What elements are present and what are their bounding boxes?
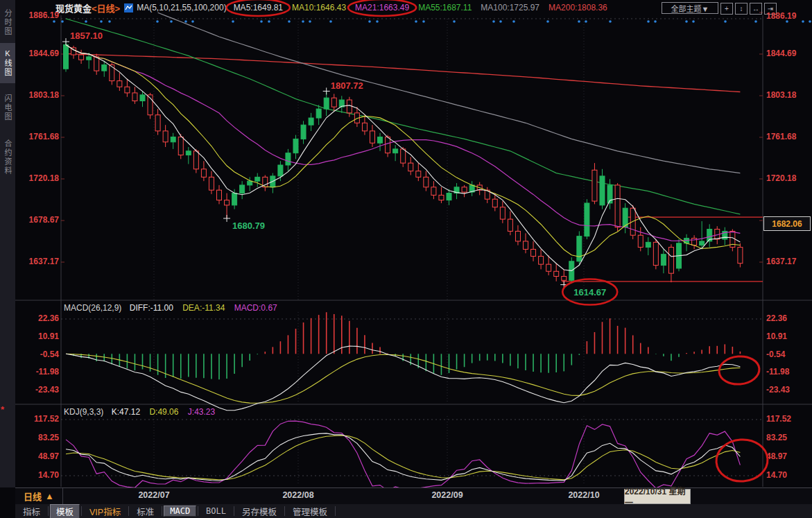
main-axis-label-left: 1761.68 bbox=[23, 132, 59, 141]
sidebar-tab-3[interactable]: 闪电图 bbox=[0, 87, 15, 128]
signal-dots bbox=[53, 20, 811, 23]
tab-standard[interactable]: 标准 bbox=[130, 504, 160, 518]
tab-manage-template[interactable]: 管理模板 bbox=[286, 504, 334, 518]
kdj-axis-label-right: 83.25 bbox=[766, 433, 808, 442]
extreme-price-annotation: 1680.79 bbox=[232, 221, 265, 231]
theme-selector-button[interactable]: 全部主题▼ bbox=[662, 2, 718, 14]
toolbar-separator bbox=[128, 506, 129, 516]
month-label: 2022/07 bbox=[138, 490, 169, 500]
main-axis-label-right: 1803.18 bbox=[766, 90, 808, 100]
chart-canvas[interactable] bbox=[0, 0, 812, 518]
month-label: 2022/08 bbox=[282, 490, 313, 500]
extreme-price-annotation: 1807.72 bbox=[331, 80, 363, 91]
bottom-toolbar: 指标模板VIP指标标准MACDBOLL另存模板管理模板 bbox=[15, 504, 812, 518]
kdj-axis-label-right: 48.97 bbox=[766, 451, 808, 461]
k-line bbox=[66, 433, 740, 481]
main-axis-label-left: 1678.67 bbox=[23, 215, 59, 225]
period-selector-label: 日线 bbox=[24, 490, 42, 503]
ma-value: MA200:1808.36 bbox=[548, 3, 607, 12]
kdj-header: KDJ(9,3,3) K:47.12 D:49.06 J:43.23 bbox=[64, 407, 215, 417]
kdj-d-value: D:49.06 bbox=[149, 407, 178, 417]
sidebar-tab-2[interactable]: K线图 bbox=[0, 43, 15, 83]
kdj-axis-label-left: 48.97 bbox=[23, 451, 59, 461]
macd-axis-label-right: -11.98 bbox=[766, 367, 808, 377]
ma21-line bbox=[66, 45, 740, 241]
kdj-axis-label-left: 83.25 bbox=[23, 433, 59, 442]
macd-axis-label-right: 10.91 bbox=[766, 331, 808, 341]
macd-dea-value: DEA:-11.34 bbox=[182, 303, 225, 313]
main-axis-label-right: 1886.19 bbox=[766, 11, 808, 21]
toolbar-separator bbox=[81, 506, 82, 516]
tab-indicator[interactable]: 指标 bbox=[17, 504, 46, 518]
tab-template[interactable]: 模板 bbox=[50, 504, 80, 518]
toolbar-separator bbox=[284, 506, 285, 516]
tab-save-template[interactable]: 另存模板 bbox=[236, 504, 283, 518]
macd-macd-value: MACD:0.67 bbox=[234, 303, 277, 313]
trading-app: 分时图K线图闪电图合约资料 * 现货黄金 <日线> MA(5,10,21,55,… bbox=[0, 0, 812, 518]
ma-group-label: MA(5,10,21,55,100,200) bbox=[137, 3, 226, 12]
macd-axis-label-right: -0.54 bbox=[766, 349, 808, 359]
symbol-name: 现货黄金 bbox=[55, 1, 92, 15]
ma-lines-slow bbox=[66, 12, 740, 214]
period-label: <日线> bbox=[92, 1, 120, 15]
kdj-k-value: K:47.12 bbox=[112, 407, 140, 417]
toolbar-separator bbox=[234, 506, 234, 516]
sidebar-tab-1[interactable]: 分时图 bbox=[0, 3, 15, 42]
kdj-j-value: J:43.23 bbox=[188, 407, 215, 417]
main-axis-label-left: 1886.19 bbox=[23, 10, 59, 20]
macd-axis-label-left: -11.98 bbox=[23, 367, 59, 377]
ma-value: MA10:1646.43 bbox=[292, 3, 346, 12]
kdj-axis-label-left: 14.70 bbox=[23, 470, 59, 480]
kdj-axis-label-right: 117.52 bbox=[766, 414, 808, 424]
kdj-params-label: KDJ(9,3,3) bbox=[64, 407, 103, 417]
toolbar-separator bbox=[198, 506, 198, 516]
macd-axis-label-left: 10.91 bbox=[23, 331, 59, 341]
toolbar-separator bbox=[335, 506, 336, 516]
ma-value: MA5:1649.81 bbox=[234, 3, 283, 12]
sidebar-tab-4[interactable]: 合约资料 bbox=[0, 132, 15, 183]
macd-axis-label-left: -0.54 bbox=[23, 349, 59, 359]
main-axis-label-right: 1720.18 bbox=[766, 173, 808, 183]
ma100-line bbox=[158, 12, 741, 173]
candles-layer bbox=[64, 42, 743, 284]
tab-macd[interactable]: MACD bbox=[164, 506, 196, 517]
macd-diff-value: DIFF:-11.00 bbox=[130, 303, 173, 313]
macd-axis-label-right: 22.36 bbox=[766, 313, 808, 323]
kdj-axis-label-right: 14.70 bbox=[766, 470, 808, 480]
main-axis-label-left: 1720.18 bbox=[23, 173, 59, 183]
extreme-price-annotation: 1614.67 bbox=[573, 287, 606, 297]
period-selector[interactable]: 日线 ▲ bbox=[15, 488, 63, 504]
ma-values: MA5:1649.81MA10:1646.43MA21:1663.49MA55:… bbox=[234, 3, 616, 12]
main-axis-label-left: 1803.18 bbox=[23, 90, 59, 100]
axis-zoom-vertical-icon[interactable]: ↕ bbox=[735, 3, 748, 15]
date-axis: 日线 ▲ 2022/072022/082022/092022/10 2022/1… bbox=[15, 487, 812, 504]
main-axis-label-right: 1844.69 bbox=[766, 49, 808, 58]
macd-axis-label-left: -23.43 bbox=[23, 385, 59, 395]
toolbar-separator bbox=[162, 506, 162, 516]
main-axis-label-right: 1761.68 bbox=[766, 132, 808, 141]
main-axis-label-right: 1637.17 bbox=[766, 257, 808, 266]
price-line-badge: 1682.06 bbox=[763, 216, 811, 231]
d-line bbox=[66, 435, 740, 480]
alert-marker-icon: * bbox=[1, 404, 4, 415]
macd-axis-label-left: 22.36 bbox=[23, 313, 59, 323]
macd-params-label: MACD(26,12,9) bbox=[64, 303, 121, 313]
chart-header: 现货黄金 <日线> MA(5,10,21,55,100,200) MA5:164… bbox=[55, 1, 616, 14]
macd-header: MACD(26,12,9) DIFF:-11.00 DEA:-11.34 MAC… bbox=[64, 303, 277, 313]
kdj-panel bbox=[66, 421, 740, 490]
main-axis-label-left: 1637.17 bbox=[23, 257, 59, 266]
toolbar-separator bbox=[48, 506, 49, 516]
main-axis-label-left: 1844.69 bbox=[23, 49, 59, 58]
tab-boll[interactable]: BOLL bbox=[200, 506, 232, 517]
indicator-icon bbox=[124, 3, 133, 12]
month-label: 2022/10 bbox=[568, 490, 599, 500]
tab-vip-indicator[interactable]: VIP指标 bbox=[83, 504, 127, 518]
ma-value: MA21:1663.49 bbox=[355, 3, 409, 12]
dea-line bbox=[66, 354, 740, 403]
macd-panel bbox=[66, 312, 740, 411]
crosshair-icon[interactable]: + bbox=[720, 3, 733, 15]
j-line bbox=[66, 421, 740, 490]
ma-value: MA100:1725.97 bbox=[481, 3, 539, 12]
axis-zoom-horizontal-icon[interactable]: ↔ bbox=[750, 3, 762, 15]
extreme-markers bbox=[62, 38, 567, 288]
